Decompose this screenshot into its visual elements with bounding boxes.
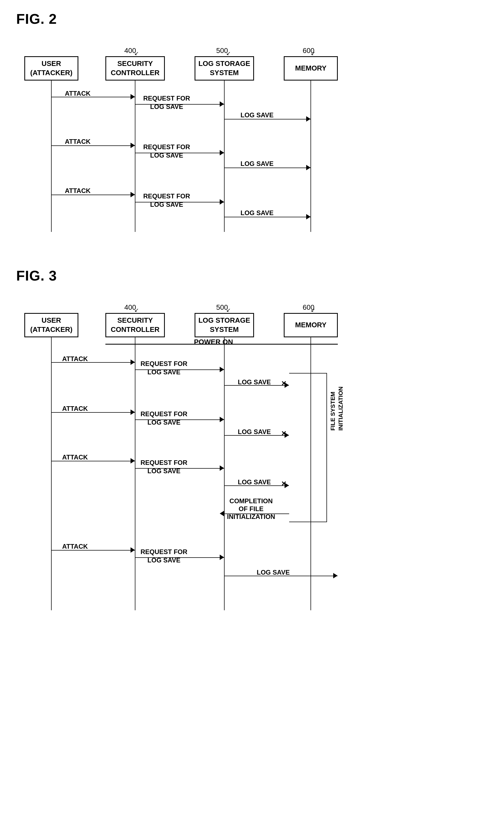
fsi-label: FILE SYSTEMINITIALIZATION [329, 386, 345, 431]
fig2-user-box: USER(ATTACKER) [24, 56, 78, 81]
fig2-lifeline-user [51, 81, 52, 232]
fig2-lifeline-lss [224, 81, 225, 232]
fig2-attack1-line [51, 97, 135, 97]
fig2-req2-head [220, 150, 224, 155]
fig3-attack3-label: ATTACK [62, 453, 88, 461]
fig3-req3-label: REQUEST FORLOG SAVE [141, 458, 187, 475]
fig3-lifeline-user [51, 337, 52, 610]
fig3-attack4-head [131, 547, 135, 553]
fig2-label: FIG. 2 [16, 11, 488, 27]
figure-3: FIG. 3 400 ↙ 500 ↙ 600 ↙ USER(ATTACKER) … [16, 268, 488, 622]
fig3-ref-600-arrow: ↙ [311, 307, 315, 313]
fig2-attack3-line [51, 195, 135, 195]
fig3-lifeline-lss [224, 337, 225, 610]
fig3-ls1-xmark: ✕ [281, 380, 286, 387]
fig2-ls3-label: LOG SAVE [241, 209, 273, 217]
fig2-attack1-head [131, 94, 135, 99]
fig3-attack4-label: ATTACK [62, 542, 88, 551]
fig2-lifeline-mem [311, 81, 311, 232]
fig3-label: FIG. 3 [16, 268, 488, 284]
fig2-ls2-head [306, 165, 311, 170]
fig3-req2-head [220, 417, 224, 422]
fig3-ls3-xmark: ✕ [281, 480, 286, 488]
fig2-mem-box: MEMORY [284, 56, 338, 81]
fig3-attack3-head [131, 458, 135, 464]
fsi-top [289, 373, 327, 374]
fig2-ref-500-arrow: ↙ [226, 50, 231, 56]
fig3-attack2-label: ATTACK [62, 404, 88, 413]
fig3-user-box: USER(ATTACKER) [24, 313, 78, 337]
fig2-ls3-head [306, 214, 311, 219]
fig2-attack3-head [131, 192, 135, 197]
fsi-right [326, 373, 327, 522]
fig3-ls1-label: LOG SAVE [238, 378, 271, 386]
fig2-attack2-head [131, 143, 135, 148]
fig2-lss-box: LOG STORAGESYSTEM [195, 56, 254, 81]
fig3-ref-400-arrow: ↙ [134, 307, 139, 313]
fig3-ref-500-arrow: ↙ [226, 307, 231, 313]
fig2-req2-label: REQUEST FORLOG SAVE [143, 143, 190, 159]
fig3-ls3-label: LOG SAVE [238, 478, 271, 486]
fig3-lifeline-sc [135, 337, 135, 610]
fig2-lifeline-sc [135, 81, 135, 232]
fig2-ls1-label: LOG SAVE [241, 111, 273, 119]
fig3-ls2-xmark: ✕ [281, 430, 286, 437]
fig2-attack2-label: ATTACK [65, 137, 91, 146]
fig3-ls4-head [333, 573, 338, 578]
fig3-req2-label: REQUEST FORLOG SAVE [141, 410, 187, 426]
fig3-req4-head [220, 555, 224, 560]
fig3-mem-box: MEMORY [284, 313, 338, 337]
fig2-req3-label: REQUEST FORLOG SAVE [143, 192, 190, 209]
figure-2: FIG. 2 400 ↙ 500 ↙ 600 ↙ USER(ATTACKER) … [16, 11, 488, 246]
fig3-req1-head [220, 367, 224, 372]
fig2-req3-head [220, 199, 224, 205]
fig3-attack2-head [131, 409, 135, 415]
fig3-req4-label: REQUEST FORLOG SAVE [141, 548, 187, 564]
fsi-bottom [289, 522, 327, 522]
fig2-ls2-label: LOG SAVE [241, 159, 273, 168]
fig3-lifeline-mem [311, 337, 311, 610]
fig3-req3-head [220, 465, 224, 471]
fig3-lss-box: LOG STORAGESYSTEM [195, 313, 254, 337]
fig3-ls2-label: LOG SAVE [238, 428, 271, 436]
fig2-attack1-label: ATTACK [65, 89, 91, 98]
fig2-diagram: 400 ↙ 500 ↙ 600 ↙ USER(ATTACKER) SECURIT… [16, 35, 476, 246]
fig2-ls1-head [306, 116, 311, 122]
fig2-ref-400-arrow: ↙ [134, 50, 139, 56]
fig3-diagram: 400 ↙ 500 ↙ 600 ↙ USER(ATTACKER) SECURIT… [16, 292, 476, 622]
fig3-ls4-label: LOG SAVE [257, 568, 290, 576]
fig2-ref-600-arrow: ↙ [311, 50, 315, 56]
fig3-power-label: POWER ON [173, 338, 254, 346]
fig2-attack2-line [51, 145, 135, 146]
fig2-sc-box: SECURITYCONTROLLER [105, 56, 165, 81]
fig3-complete-head [220, 511, 224, 516]
fig2-attack3-label: ATTACK [65, 186, 91, 195]
fig2-req1-label: REQUEST FORLOG SAVE [143, 94, 190, 111]
fig3-attack1-label: ATTACK [62, 355, 88, 363]
fig3-sc-box: SECURITYCONTROLLER [105, 313, 165, 337]
fig3-attack1-head [131, 359, 135, 365]
fig2-req1-head [220, 101, 224, 107]
fig3-req1-label: REQUEST FORLOG SAVE [141, 359, 187, 376]
fig3-complete-label: COMPLETIONOF FILEINITIALIZATION [227, 497, 275, 521]
